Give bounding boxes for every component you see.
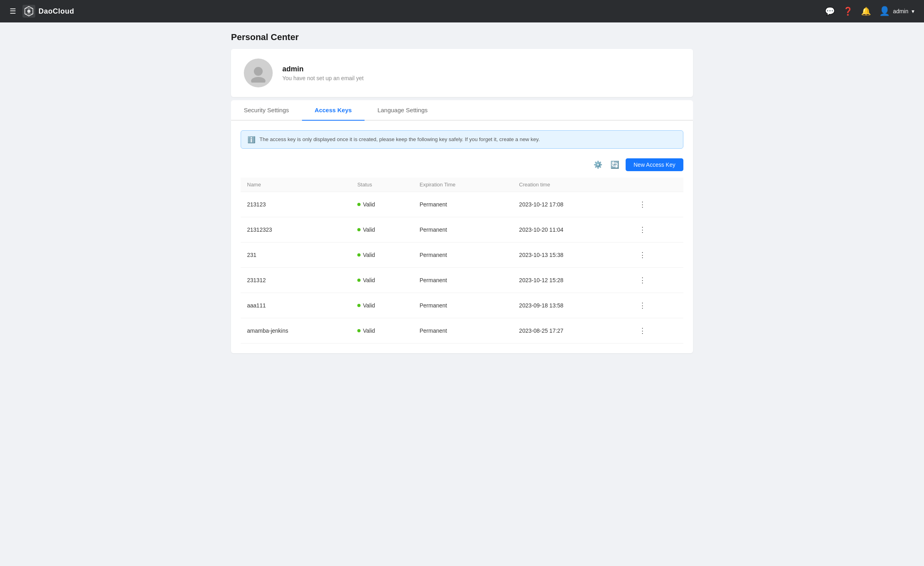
- status-dot-5: [357, 329, 361, 332]
- cell-name-2: 231: [241, 243, 351, 268]
- status-label-0: Valid: [363, 201, 375, 208]
- cell-name-3: 231312: [241, 268, 351, 293]
- row-more-button-4[interactable]: ⋮: [636, 299, 649, 311]
- cell-actions-2: ⋮: [629, 243, 683, 268]
- col-header-creation: Creation time: [513, 178, 629, 192]
- cell-actions-0: ⋮: [629, 192, 683, 217]
- cell-name-0: 213123: [241, 192, 351, 217]
- refresh-icon-button[interactable]: 🔄: [609, 159, 621, 171]
- info-banner: ℹ️ The access key is only displayed once…: [241, 130, 683, 149]
- main-content: Personal Center admin You have not set u…: [221, 0, 703, 353]
- table-row: 231312 Valid Permanent 2023-10-12 15:28 …: [241, 268, 683, 293]
- table-row: aaa111 Valid Permanent 2023-09-18 13:58 …: [241, 293, 683, 318]
- settings-icon-button[interactable]: ⚙️: [592, 159, 604, 171]
- status-label-5: Valid: [363, 327, 375, 334]
- tab-access-keys[interactable]: Access Keys: [302, 100, 365, 121]
- navbar-left: ☰ DaoCloud: [10, 5, 74, 18]
- cell-expiration-0: Permanent: [413, 192, 513, 217]
- cell-actions-3: ⋮: [629, 268, 683, 293]
- cell-creation-4: 2023-09-18 13:58: [513, 293, 629, 318]
- status-dot-2: [357, 253, 361, 257]
- cell-status-0: Valid: [351, 192, 413, 217]
- svg-point-2: [254, 67, 263, 76]
- profile-email-hint: You have not set up an email yet: [282, 75, 364, 81]
- cell-expiration-2: Permanent: [413, 243, 513, 268]
- status-dot-0: [357, 203, 361, 206]
- col-header-actions: [629, 178, 683, 192]
- row-more-button-2[interactable]: ⋮: [636, 249, 649, 261]
- col-header-status: Status: [351, 178, 413, 192]
- row-more-button-0[interactable]: ⋮: [636, 198, 649, 210]
- cell-creation-2: 2023-10-13 15:38: [513, 243, 629, 268]
- user-dropdown-icon: ▾: [912, 8, 914, 14]
- cell-expiration-3: Permanent: [413, 268, 513, 293]
- info-banner-text: The access key is only displayed once it…: [259, 135, 540, 144]
- status-dot-1: [357, 228, 361, 231]
- row-more-button-5[interactable]: ⋮: [636, 325, 649, 337]
- cell-status-2: Valid: [351, 243, 413, 268]
- table-row: amamba-jenkins Valid Permanent 2023-08-2…: [241, 318, 683, 344]
- user-avatar-icon: 👤: [879, 6, 890, 16]
- avatar: [244, 59, 273, 87]
- cell-name-5: amamba-jenkins: [241, 318, 351, 344]
- page-title: Personal Center: [231, 22, 693, 49]
- cell-status-5: Valid: [351, 318, 413, 344]
- cell-creation-1: 2023-10-20 11:04: [513, 217, 629, 243]
- cell-status-4: Valid: [351, 293, 413, 318]
- tab-security-settings[interactable]: Security Settings: [231, 100, 302, 121]
- cell-actions-4: ⋮: [629, 293, 683, 318]
- user-label: admin: [893, 8, 908, 14]
- table-header-row: Name Status Expiration Time Creation tim…: [241, 178, 683, 192]
- status-dot-4: [357, 304, 361, 307]
- col-header-expiration: Expiration Time: [413, 178, 513, 192]
- row-more-button-3[interactable]: ⋮: [636, 274, 649, 286]
- cell-name-1: 21312323: [241, 217, 351, 243]
- status-dot-3: [357, 279, 361, 282]
- cell-actions-1: ⋮: [629, 217, 683, 243]
- table-row: 21312323 Valid Permanent 2023-10-20 11:0…: [241, 217, 683, 243]
- tabs-container: Security Settings Access Keys Language S…: [231, 100, 693, 121]
- logo-icon: [22, 5, 35, 18]
- logo-text: DaoCloud: [38, 7, 74, 16]
- access-keys-table: Name Status Expiration Time Creation tim…: [241, 178, 683, 344]
- status-label-1: Valid: [363, 226, 375, 233]
- status-label-4: Valid: [363, 302, 375, 309]
- cell-name-4: aaa111: [241, 293, 351, 318]
- user-menu[interactable]: 👤 admin ▾: [879, 6, 914, 16]
- new-access-key-button[interactable]: New Access Key: [626, 158, 683, 171]
- profile-info: admin You have not set up an email yet: [282, 65, 364, 81]
- cell-actions-5: ⋮: [629, 318, 683, 344]
- navbar: ☰ DaoCloud 💬 ❓ 🔔 👤 admin ▾: [0, 0, 924, 22]
- col-header-name: Name: [241, 178, 351, 192]
- svg-point-3: [251, 77, 265, 83]
- status-label-3: Valid: [363, 277, 375, 283]
- cell-expiration-5: Permanent: [413, 318, 513, 344]
- toolbar: ⚙️ 🔄 New Access Key: [241, 158, 683, 171]
- cell-status-1: Valid: [351, 217, 413, 243]
- table-row: 213123 Valid Permanent 2023-10-12 17:08 …: [241, 192, 683, 217]
- cell-creation-0: 2023-10-12 17:08: [513, 192, 629, 217]
- help-icon[interactable]: ❓: [843, 6, 853, 16]
- cell-creation-5: 2023-08-25 17:27: [513, 318, 629, 344]
- cell-creation-3: 2023-10-12 15:28: [513, 268, 629, 293]
- chat-icon[interactable]: 💬: [825, 6, 835, 16]
- logo-container[interactable]: DaoCloud: [22, 5, 74, 18]
- profile-username: admin: [282, 65, 364, 73]
- row-more-button-1[interactable]: ⋮: [636, 224, 649, 236]
- cell-expiration-1: Permanent: [413, 217, 513, 243]
- profile-card: admin You have not set up an email yet: [231, 49, 693, 97]
- cell-status-3: Valid: [351, 268, 413, 293]
- svg-point-1: [27, 10, 30, 13]
- tab-content-access-keys: ℹ️ The access key is only displayed once…: [231, 121, 693, 353]
- table-row: 231 Valid Permanent 2023-10-13 15:38 ⋮: [241, 243, 683, 268]
- cell-expiration-4: Permanent: [413, 293, 513, 318]
- info-icon: ℹ️: [247, 136, 255, 144]
- hamburger-icon[interactable]: ☰: [10, 7, 16, 16]
- navbar-right: 💬 ❓ 🔔 👤 admin ▾: [825, 6, 914, 16]
- status-label-2: Valid: [363, 252, 375, 258]
- tab-language-settings[interactable]: Language Settings: [365, 100, 440, 121]
- bell-icon[interactable]: 🔔: [861, 6, 871, 16]
